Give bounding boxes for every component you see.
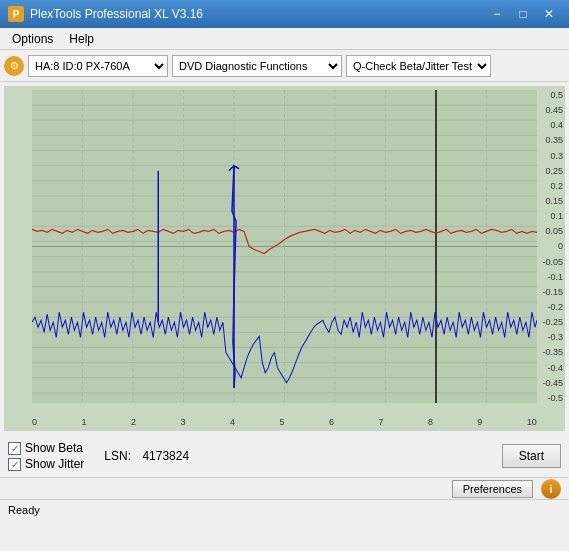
menu-bar: Options Help	[0, 28, 569, 50]
show-beta-row: ✓ Show Beta	[8, 441, 84, 455]
show-jitter-checkbox[interactable]: ✓	[8, 458, 21, 471]
show-jitter-row: ✓ Show Jitter	[8, 457, 84, 471]
lsn-area: LSN: 4173824	[104, 449, 189, 463]
lsn-prefix: LSN:	[104, 449, 131, 463]
test-select[interactable]: Q-Check Beta/Jitter Test	[346, 55, 491, 77]
menu-options[interactable]: Options	[4, 30, 61, 48]
show-beta-label: Show Beta	[25, 441, 83, 455]
preferences-button[interactable]: Preferences	[452, 480, 533, 498]
status-bar: Ready	[0, 499, 569, 519]
drive-icon: ⊙	[4, 56, 24, 76]
show-jitter-label: Show Jitter	[25, 457, 84, 471]
x-labels: 0 1 2 3 4 5 6 7 8 9 10	[32, 417, 537, 427]
lsn-value: 4173824	[142, 449, 189, 463]
title-text: PlexTools Professional XL V3.16	[30, 7, 485, 21]
title-icon: P	[8, 6, 24, 22]
bottom-panel: ✓ Show Beta ✓ Show Jitter LSN: 4173824 S…	[0, 435, 569, 477]
minimize-button[interactable]: −	[485, 5, 509, 23]
function-select[interactable]: DVD Diagnostic Functions	[172, 55, 342, 77]
close-button[interactable]: ✕	[537, 5, 561, 23]
status-text: Ready	[8, 504, 40, 516]
chart-inner	[32, 90, 537, 403]
chart-svg	[32, 90, 537, 403]
preferences-bar: Preferences i	[0, 477, 569, 499]
drive-select[interactable]: HA:8 ID:0 PX-760A	[28, 55, 168, 77]
chart-area: High Low 0.5 0.45 0.4 0.35 0.3 0.25 0.2 …	[4, 86, 565, 431]
maximize-button[interactable]: □	[511, 5, 535, 23]
checkbox-group: ✓ Show Beta ✓ Show Jitter	[8, 441, 84, 471]
show-beta-checkbox[interactable]: ✓	[8, 442, 21, 455]
start-button[interactable]: Start	[502, 444, 561, 468]
title-bar: P PlexTools Professional XL V3.16 − □ ✕	[0, 0, 569, 28]
toolbar: ⊙ HA:8 ID:0 PX-760A DVD Diagnostic Funct…	[0, 50, 569, 82]
y-labels-right: 0.5 0.45 0.4 0.35 0.3 0.25 0.2 0.15 0.1 …	[542, 90, 563, 403]
info-button[interactable]: i	[541, 479, 561, 499]
menu-help[interactable]: Help	[61, 30, 102, 48]
